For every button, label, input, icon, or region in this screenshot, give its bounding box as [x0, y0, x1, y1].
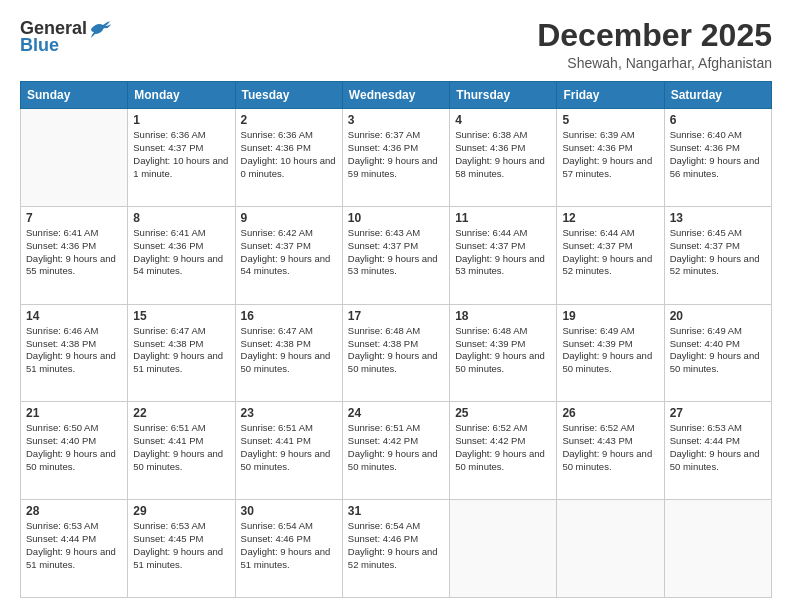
calendar-cell: 15Sunrise: 6:47 AMSunset: 4:38 PMDayligh… — [128, 304, 235, 402]
cell-sun-info: Sunrise: 6:53 AMSunset: 4:45 PMDaylight:… — [133, 520, 229, 571]
cell-sun-info: Sunrise: 6:38 AMSunset: 4:36 PMDaylight:… — [455, 129, 551, 180]
header: General Blue December 2025 Shewah, Nanga… — [20, 18, 772, 71]
day-number: 29 — [133, 504, 229, 518]
cell-sun-info: Sunrise: 6:36 AMSunset: 4:37 PMDaylight:… — [133, 129, 229, 180]
cell-sun-info: Sunrise: 6:37 AMSunset: 4:36 PMDaylight:… — [348, 129, 444, 180]
main-title: December 2025 — [537, 18, 772, 53]
day-number: 27 — [670, 406, 766, 420]
calendar-cell: 13Sunrise: 6:45 AMSunset: 4:37 PMDayligh… — [664, 206, 771, 304]
calendar-cell: 26Sunrise: 6:52 AMSunset: 4:43 PMDayligh… — [557, 402, 664, 500]
calendar-cell: 5Sunrise: 6:39 AMSunset: 4:36 PMDaylight… — [557, 109, 664, 207]
day-number: 31 — [348, 504, 444, 518]
cell-sun-info: Sunrise: 6:51 AMSunset: 4:41 PMDaylight:… — [241, 422, 337, 473]
calendar-cell: 6Sunrise: 6:40 AMSunset: 4:36 PMDaylight… — [664, 109, 771, 207]
cell-sun-info: Sunrise: 6:49 AMSunset: 4:39 PMDaylight:… — [562, 325, 658, 376]
calendar-header-friday: Friday — [557, 82, 664, 109]
day-number: 26 — [562, 406, 658, 420]
calendar-cell: 4Sunrise: 6:38 AMSunset: 4:36 PMDaylight… — [450, 109, 557, 207]
cell-sun-info: Sunrise: 6:47 AMSunset: 4:38 PMDaylight:… — [241, 325, 337, 376]
calendar-table: SundayMondayTuesdayWednesdayThursdayFrid… — [20, 81, 772, 598]
day-number: 4 — [455, 113, 551, 127]
day-number: 18 — [455, 309, 551, 323]
day-number: 2 — [241, 113, 337, 127]
calendar-cell — [21, 109, 128, 207]
day-number: 3 — [348, 113, 444, 127]
calendar-week-row: 28Sunrise: 6:53 AMSunset: 4:44 PMDayligh… — [21, 500, 772, 598]
sub-title: Shewah, Nangarhar, Afghanistan — [537, 55, 772, 71]
day-number: 16 — [241, 309, 337, 323]
calendar-cell: 14Sunrise: 6:46 AMSunset: 4:38 PMDayligh… — [21, 304, 128, 402]
logo: General Blue — [20, 18, 111, 56]
title-block: December 2025 Shewah, Nangarhar, Afghani… — [537, 18, 772, 71]
calendar-cell: 21Sunrise: 6:50 AMSunset: 4:40 PMDayligh… — [21, 402, 128, 500]
calendar-cell: 31Sunrise: 6:54 AMSunset: 4:46 PMDayligh… — [342, 500, 449, 598]
calendar-cell — [557, 500, 664, 598]
cell-sun-info: Sunrise: 6:53 AMSunset: 4:44 PMDaylight:… — [670, 422, 766, 473]
calendar-header-monday: Monday — [128, 82, 235, 109]
calendar-week-row: 14Sunrise: 6:46 AMSunset: 4:38 PMDayligh… — [21, 304, 772, 402]
calendar-header-row: SundayMondayTuesdayWednesdayThursdayFrid… — [21, 82, 772, 109]
calendar-cell — [664, 500, 771, 598]
calendar-cell: 27Sunrise: 6:53 AMSunset: 4:44 PMDayligh… — [664, 402, 771, 500]
cell-sun-info: Sunrise: 6:44 AMSunset: 4:37 PMDaylight:… — [562, 227, 658, 278]
day-number: 14 — [26, 309, 122, 323]
day-number: 22 — [133, 406, 229, 420]
day-number: 24 — [348, 406, 444, 420]
cell-sun-info: Sunrise: 6:46 AMSunset: 4:38 PMDaylight:… — [26, 325, 122, 376]
calendar-cell: 12Sunrise: 6:44 AMSunset: 4:37 PMDayligh… — [557, 206, 664, 304]
day-number: 21 — [26, 406, 122, 420]
cell-sun-info: Sunrise: 6:53 AMSunset: 4:44 PMDaylight:… — [26, 520, 122, 571]
calendar-cell — [450, 500, 557, 598]
day-number: 5 — [562, 113, 658, 127]
cell-sun-info: Sunrise: 6:44 AMSunset: 4:37 PMDaylight:… — [455, 227, 551, 278]
calendar-header-thursday: Thursday — [450, 82, 557, 109]
calendar-cell: 8Sunrise: 6:41 AMSunset: 4:36 PMDaylight… — [128, 206, 235, 304]
calendar-week-row: 1Sunrise: 6:36 AMSunset: 4:37 PMDaylight… — [21, 109, 772, 207]
cell-sun-info: Sunrise: 6:52 AMSunset: 4:42 PMDaylight:… — [455, 422, 551, 473]
day-number: 12 — [562, 211, 658, 225]
calendar-cell: 11Sunrise: 6:44 AMSunset: 4:37 PMDayligh… — [450, 206, 557, 304]
calendar-header-wednesday: Wednesday — [342, 82, 449, 109]
day-number: 28 — [26, 504, 122, 518]
cell-sun-info: Sunrise: 6:49 AMSunset: 4:40 PMDaylight:… — [670, 325, 766, 376]
cell-sun-info: Sunrise: 6:51 AMSunset: 4:41 PMDaylight:… — [133, 422, 229, 473]
cell-sun-info: Sunrise: 6:45 AMSunset: 4:37 PMDaylight:… — [670, 227, 766, 278]
day-number: 13 — [670, 211, 766, 225]
calendar-cell: 23Sunrise: 6:51 AMSunset: 4:41 PMDayligh… — [235, 402, 342, 500]
day-number: 15 — [133, 309, 229, 323]
cell-sun-info: Sunrise: 6:48 AMSunset: 4:38 PMDaylight:… — [348, 325, 444, 376]
calendar-cell: 22Sunrise: 6:51 AMSunset: 4:41 PMDayligh… — [128, 402, 235, 500]
day-number: 6 — [670, 113, 766, 127]
day-number: 7 — [26, 211, 122, 225]
cell-sun-info: Sunrise: 6:36 AMSunset: 4:36 PMDaylight:… — [241, 129, 337, 180]
day-number: 30 — [241, 504, 337, 518]
logo-bird-icon — [89, 20, 111, 38]
calendar-cell: 2Sunrise: 6:36 AMSunset: 4:36 PMDaylight… — [235, 109, 342, 207]
calendar-cell: 20Sunrise: 6:49 AMSunset: 4:40 PMDayligh… — [664, 304, 771, 402]
cell-sun-info: Sunrise: 6:43 AMSunset: 4:37 PMDaylight:… — [348, 227, 444, 278]
cell-sun-info: Sunrise: 6:51 AMSunset: 4:42 PMDaylight:… — [348, 422, 444, 473]
calendar-header-sunday: Sunday — [21, 82, 128, 109]
day-number: 20 — [670, 309, 766, 323]
calendar-cell: 10Sunrise: 6:43 AMSunset: 4:37 PMDayligh… — [342, 206, 449, 304]
calendar-cell: 28Sunrise: 6:53 AMSunset: 4:44 PMDayligh… — [21, 500, 128, 598]
cell-sun-info: Sunrise: 6:54 AMSunset: 4:46 PMDaylight:… — [348, 520, 444, 571]
calendar-cell: 29Sunrise: 6:53 AMSunset: 4:45 PMDayligh… — [128, 500, 235, 598]
day-number: 23 — [241, 406, 337, 420]
calendar-cell: 19Sunrise: 6:49 AMSunset: 4:39 PMDayligh… — [557, 304, 664, 402]
cell-sun-info: Sunrise: 6:54 AMSunset: 4:46 PMDaylight:… — [241, 520, 337, 571]
calendar-cell: 25Sunrise: 6:52 AMSunset: 4:42 PMDayligh… — [450, 402, 557, 500]
day-number: 11 — [455, 211, 551, 225]
calendar-week-row: 7Sunrise: 6:41 AMSunset: 4:36 PMDaylight… — [21, 206, 772, 304]
calendar-cell: 24Sunrise: 6:51 AMSunset: 4:42 PMDayligh… — [342, 402, 449, 500]
calendar-cell: 16Sunrise: 6:47 AMSunset: 4:38 PMDayligh… — [235, 304, 342, 402]
calendar-week-row: 21Sunrise: 6:50 AMSunset: 4:40 PMDayligh… — [21, 402, 772, 500]
day-number: 25 — [455, 406, 551, 420]
calendar-cell: 17Sunrise: 6:48 AMSunset: 4:38 PMDayligh… — [342, 304, 449, 402]
day-number: 10 — [348, 211, 444, 225]
calendar-cell: 3Sunrise: 6:37 AMSunset: 4:36 PMDaylight… — [342, 109, 449, 207]
calendar-cell: 18Sunrise: 6:48 AMSunset: 4:39 PMDayligh… — [450, 304, 557, 402]
day-number: 1 — [133, 113, 229, 127]
cell-sun-info: Sunrise: 6:41 AMSunset: 4:36 PMDaylight:… — [26, 227, 122, 278]
calendar-cell: 30Sunrise: 6:54 AMSunset: 4:46 PMDayligh… — [235, 500, 342, 598]
